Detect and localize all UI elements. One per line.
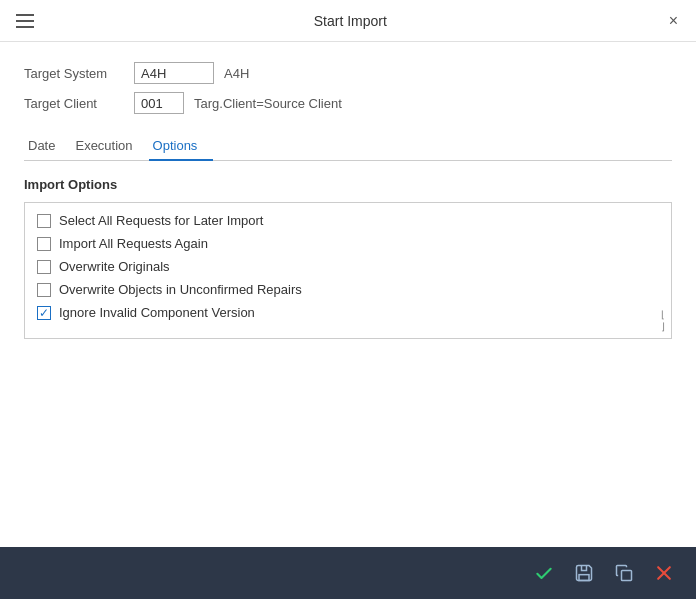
tab-bar: Date Execution Options <box>24 132 672 161</box>
title-bar: Start Import × <box>0 0 696 42</box>
checkbox-overwrite-objects[interactable] <box>37 283 51 297</box>
corner-marks: ⌊ ⌋ <box>661 310 665 332</box>
options-box: Select All Requests for Later Import Imp… <box>24 202 672 339</box>
option-row-5: ✓ Ignore Invalid Component Version <box>37 305 659 320</box>
confirm-button[interactable] <box>528 557 560 589</box>
close-button[interactable]: × <box>663 9 684 33</box>
target-system-label: Target System <box>24 66 134 81</box>
copy-button[interactable] <box>608 557 640 589</box>
target-system-row: Target System A4H <box>24 62 672 84</box>
option-row-2: Import All Requests Again <box>37 236 659 251</box>
option-label-5: Ignore Invalid Component Version <box>59 305 255 320</box>
option-label-2: Import All Requests Again <box>59 236 208 251</box>
checkbox-overwrite-originals[interactable] <box>37 260 51 274</box>
target-client-label: Target Client <box>24 96 134 111</box>
option-label-1: Select All Requests for Later Import <box>59 213 263 228</box>
import-options-title: Import Options <box>24 177 672 192</box>
content-area: Target System A4H Target Client Targ.Cli… <box>0 42 696 547</box>
target-client-input[interactable] <box>134 92 184 114</box>
target-system-note: A4H <box>224 66 249 81</box>
option-label-3: Overwrite Originals <box>59 259 170 274</box>
option-label-4: Overwrite Objects in Unconfirmed Repairs <box>59 282 302 297</box>
target-client-note: Targ.Client=Source Client <box>194 96 342 111</box>
save-button[interactable] <box>568 557 600 589</box>
checkmark-icon: ✓ <box>39 307 49 319</box>
tab-options[interactable]: Options <box>149 132 214 161</box>
checkbox-ignore-invalid[interactable]: ✓ <box>37 306 51 320</box>
checkbox-import-all[interactable] <box>37 237 51 251</box>
footer-bar <box>0 547 696 599</box>
menu-icon[interactable] <box>12 10 38 32</box>
corner-mark-bottom: ⌋ <box>661 322 665 332</box>
target-client-row: Target Client Targ.Client=Source Client <box>24 92 672 114</box>
option-row-4: Overwrite Objects in Unconfirmed Repairs <box>37 282 659 297</box>
option-row-3: Overwrite Originals <box>37 259 659 274</box>
svg-rect-0 <box>579 575 589 581</box>
cancel-button[interactable] <box>648 557 680 589</box>
dialog-title: Start Import <box>314 13 387 29</box>
target-system-input[interactable] <box>134 62 214 84</box>
svg-rect-1 <box>622 571 632 581</box>
corner-mark-top: ⌊ <box>661 310 665 320</box>
tab-date[interactable]: Date <box>24 132 71 161</box>
option-row-1: Select All Requests for Later Import <box>37 213 659 228</box>
checkbox-select-all[interactable] <box>37 214 51 228</box>
tab-execution[interactable]: Execution <box>71 132 148 161</box>
